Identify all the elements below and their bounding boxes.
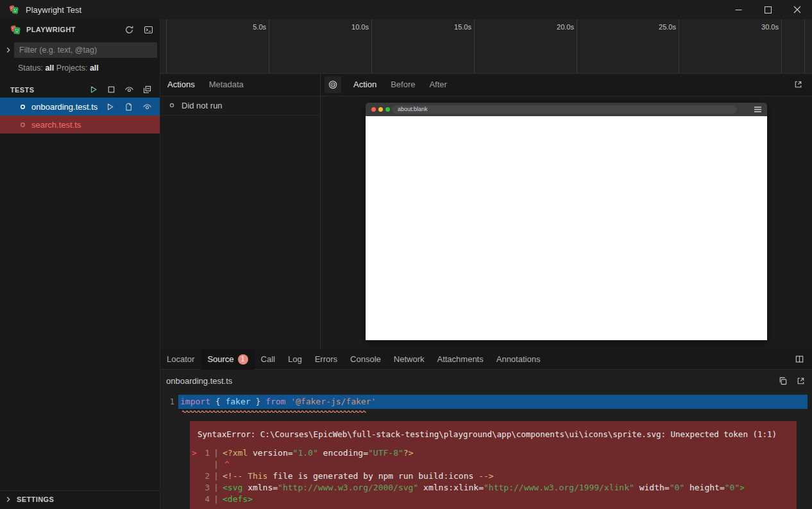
error-squiggle-underline <box>182 410 366 413</box>
filter-input[interactable] <box>14 42 157 58</box>
error-frame-line: 2|<!-- This file is generated by npm run… <box>190 470 797 482</box>
snapshot-body: about:blank <box>321 96 812 349</box>
open-snapshot-external-icon[interactable] <box>791 78 804 91</box>
run-test-icon[interactable] <box>103 100 116 113</box>
test-row-search[interactable]: search.test.ts <box>0 116 160 134</box>
error-count-badge: 1 <box>238 354 248 365</box>
address-bar: about:blank <box>392 105 737 114</box>
tab-console[interactable]: Console <box>344 349 387 370</box>
traffic-light-yellow-icon <box>378 107 383 112</box>
tab-network[interactable]: Network <box>387 349 431 370</box>
settings-section-header[interactable]: SETTINGS <box>0 490 160 507</box>
tab-before[interactable]: Before <box>384 73 422 96</box>
tab-locator[interactable]: Locator <box>160 349 201 370</box>
source-code-view[interactable]: 1 import { faker } from '@faker-js/faker… <box>160 392 812 509</box>
timeline-tick: 5.0s <box>230 23 266 31</box>
menu-hamburger-icon <box>754 107 761 112</box>
collapse-all-icon[interactable] <box>140 83 153 96</box>
actions-tabbar: Actions Metadata <box>160 74 320 96</box>
snapshot-panel: Action Before After <box>321 74 812 349</box>
source-filename: onboarding.test.ts <box>166 376 232 386</box>
timeline-tick: 10.0s <box>333 23 369 31</box>
sidebar: PLAYWRIGHT Status: all Projects: all <box>0 19 160 509</box>
tab-call[interactable]: Call <box>255 349 282 370</box>
code-line-1: 1 import { faker } from '@faker-js/faker… <box>160 395 812 409</box>
tab-action[interactable]: Action <box>346 73 384 96</box>
playwright-logo-icon <box>10 24 21 35</box>
pick-locator-target-icon[interactable] <box>325 76 341 93</box>
tab-after[interactable]: After <box>422 73 453 96</box>
error-frame-caret-line: |^ <box>190 459 797 470</box>
error-frame-line: >1|<?xml version="1.0" encoding="UTF-8"?… <box>190 447 797 459</box>
empty-state-label: Did not run <box>182 101 223 110</box>
settings-title: SETTINGS <box>17 496 54 503</box>
tab-errors[interactable]: Errors <box>309 349 344 370</box>
tab-actions[interactable]: Actions <box>160 73 202 96</box>
test-status-circle-icon <box>19 121 27 129</box>
show-trace-icon[interactable] <box>122 100 135 113</box>
traffic-light-green-icon <box>385 107 390 112</box>
tab-log[interactable]: Log <box>282 349 309 370</box>
status-value: all <box>45 64 54 73</box>
status-circle-icon <box>168 101 176 109</box>
tab-source[interactable]: Source 1 <box>201 349 254 370</box>
sidebar-title: PLAYWRIGHT <box>26 26 76 33</box>
terminal-icon[interactable] <box>142 23 155 36</box>
line-number: 1 <box>160 397 178 406</box>
stop-icon[interactable] <box>105 83 117 96</box>
split-view-icon[interactable] <box>793 353 806 366</box>
actions-panel: Actions Metadata Did not run <box>160 74 321 349</box>
details-panel: Locator Source 1 Call Log Errors Console… <box>160 349 812 509</box>
watch-all-eye-icon[interactable] <box>123 83 135 96</box>
timeline[interactable]: 5.0s 10.0s 15.0s 20.0s 25.0s 30.0s <box>160 19 812 74</box>
window-title: Playwright Test <box>26 5 81 15</box>
timeline-gridline <box>166 19 167 73</box>
source-filebar: onboarding.test.ts <box>160 370 812 392</box>
error-frame-line: 3|<svg xmlns="http://www.w3.org/2000/svg… <box>190 482 797 494</box>
details-tabbar: Locator Source 1 Call Log Errors Console… <box>160 349 812 370</box>
open-source-external-icon[interactable] <box>794 375 807 388</box>
maximize-button[interactable] <box>753 0 782 19</box>
timeline-gridline <box>679 19 679 73</box>
timeline-gridline <box>474 19 475 73</box>
tab-attachments[interactable]: Attachments <box>430 349 489 370</box>
tab-annotations[interactable]: Annotations <box>490 349 547 370</box>
timeline-tick: 15.0s <box>436 23 471 31</box>
error-frame-line: 4|<defs> <box>190 494 797 505</box>
browser-chrome: about:blank <box>366 103 767 116</box>
timeline-gridline <box>804 19 805 73</box>
tab-metadata[interactable]: Metadata <box>202 73 251 96</box>
copy-icon[interactable] <box>776 375 789 388</box>
timeline-gridline <box>371 19 372 73</box>
page-url: about:blank <box>398 106 428 112</box>
test-status-circle-icon <box>19 103 27 111</box>
close-button[interactable] <box>782 0 812 19</box>
browser-snapshot: about:blank <box>366 103 767 340</box>
projects-value: all <box>90 64 99 73</box>
timeline-gridline <box>269 19 269 73</box>
did-not-run-row: Did not run <box>160 96 320 116</box>
timeline-gridline <box>781 19 782 73</box>
blank-page <box>366 116 767 340</box>
tab-source-label: Source <box>207 354 233 364</box>
main-area: 5.0s 10.0s 15.0s 20.0s 25.0s 30.0s Actio… <box>160 19 812 509</box>
run-all-icon[interactable] <box>87 83 99 96</box>
traffic-light-red-icon <box>371 107 376 112</box>
playwright-logo-icon <box>9 4 19 15</box>
playwright-test-window: Playwright Test PLAYWRIGHT <box>0 0 812 509</box>
status-label: Status: <box>18 64 43 73</box>
timeline-tick: 30.0s <box>743 23 779 31</box>
timeline-tick: 20.0s <box>538 23 574 31</box>
status-line: Status: all Projects: all <box>0 60 160 78</box>
timeline-gridline <box>577 19 577 73</box>
reload-tests-icon[interactable] <box>123 23 135 36</box>
chevron-right-icon[interactable] <box>4 46 14 55</box>
minimize-button[interactable] <box>723 0 753 19</box>
tests-section-header: TESTS <box>0 82 160 98</box>
test-row-onboarding[interactable]: onboarding.test.ts <box>0 98 160 116</box>
chevron-right-icon <box>4 495 14 504</box>
watch-test-eye-icon[interactable] <box>140 100 153 113</box>
sidebar-header: PLAYWRIGHT <box>0 19 160 40</box>
error-message: SyntaxError: C:\Courses\EpicWeb\full-sta… <box>190 429 797 440</box>
timeline-tick: 25.0s <box>640 23 676 31</box>
